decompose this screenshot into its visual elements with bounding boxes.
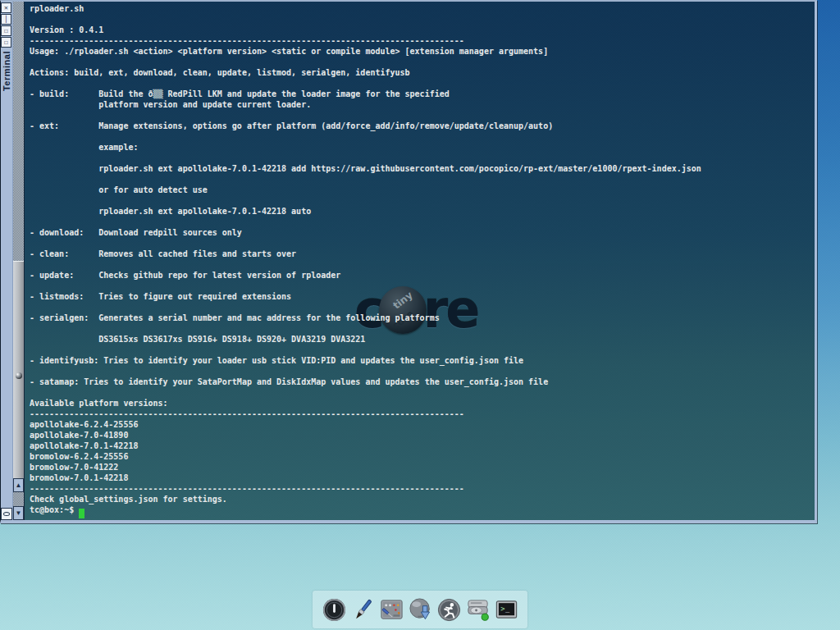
shade-button[interactable]: │: [1, 14, 11, 25]
control-panel-icon[interactable]: [377, 595, 405, 624]
terminal-output: rploader.sh Version : 0.4.1 ------------…: [30, 3, 701, 515]
desktop-wallpaper: ✕ │ ☐ ☐ Terminal ▲ ▼ c tiny core: [0, 0, 840, 630]
scrollbar-thumb[interactable]: [13, 261, 24, 490]
iconify-icon: [3, 512, 10, 516]
svg-text:_: _: [505, 605, 510, 613]
scrollbar-dimple-icon: [16, 372, 22, 379]
svg-text:>: >: [500, 605, 504, 613]
resize-button[interactable]: ☐: [1, 37, 11, 48]
scroll-up-button[interactable]: ▲: [13, 478, 24, 492]
paint-icon[interactable]: [349, 595, 377, 624]
apps-icon[interactable]: [406, 595, 434, 624]
iconify-corner-button[interactable]: [1, 508, 12, 520]
maximize-button[interactable]: ☐: [1, 25, 11, 36]
terminal-scrollbar[interactable]: ▲ ▼: [13, 2, 25, 520]
terminal-window: ✕ │ ☐ ☐ Terminal ▲ ▼ c tiny core: [0, 0, 817, 523]
window-titlebar[interactable]: ✕ │ ☐ ☐ Terminal: [1, 2, 13, 520]
wbar-dock: > _: [313, 591, 527, 628]
run-icon[interactable]: [435, 595, 463, 624]
close-button[interactable]: ✕: [1, 2, 11, 13]
terminal-cursor: [79, 509, 84, 518]
exit-icon[interactable]: [320, 595, 348, 624]
terminal-icon[interactable]: > _: [492, 595, 520, 624]
mount-icon[interactable]: [463, 595, 491, 624]
scroll-down-button[interactable]: ▼: [13, 506, 24, 520]
window-title: Terminal: [1, 51, 13, 91]
terminal-content[interactable]: c tiny core re rploader.sh Version : 0.4…: [25, 2, 815, 520]
